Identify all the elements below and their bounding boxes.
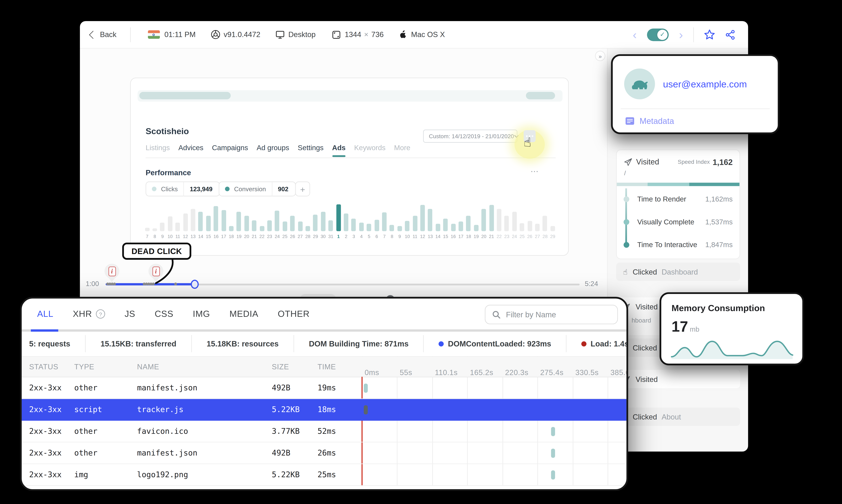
network-request-row[interactable]: 2xx-3xxscripttracker.js5.22KB18ms bbox=[22, 399, 626, 421]
chart-bar bbox=[321, 212, 325, 231]
previous-session-button[interactable]: ‹ bbox=[633, 29, 637, 40]
network-tab-js[interactable]: JS bbox=[125, 309, 135, 319]
os-label: Mac OS X bbox=[411, 30, 445, 39]
metric-chip-clicks[interactable]: Clicks 123,949 bbox=[146, 181, 220, 196]
cell-time: 25ms bbox=[318, 470, 336, 479]
network-tab-media[interactable]: MEDIA bbox=[229, 309, 258, 319]
chart-axis-label: 10 bbox=[404, 234, 411, 239]
metric-row: Time To Interactive1,847ms bbox=[617, 239, 739, 251]
visited-event-card[interactable]: Visited Speed Index 1,162 / Time to Rend… bbox=[616, 149, 740, 259]
chart-bar bbox=[527, 221, 532, 231]
waterfall-column-label: 110.1s bbox=[435, 368, 458, 377]
network-request-row[interactable]: 2xx-3xxothermanifest.json492B26ms bbox=[22, 443, 626, 464]
network-request-row[interactable]: 2xx-3xxotherfavicon.ico3.77KB52ms bbox=[22, 421, 626, 443]
cell-time: 18ms bbox=[318, 405, 336, 414]
chart-bar-group: 2 bbox=[342, 198, 350, 239]
chart-bar bbox=[259, 226, 264, 231]
page-tab-more[interactable]: More bbox=[394, 144, 410, 152]
chart-bar-group: 12 bbox=[419, 198, 426, 239]
network-request-row[interactable]: 2xx-3xximglogo192.png5.22KB25ms bbox=[22, 464, 626, 486]
chart-axis-label: 27 bbox=[534, 234, 541, 239]
section-more-button[interactable]: ⋯ bbox=[531, 167, 539, 176]
page-skeleton-pill bbox=[139, 92, 231, 99]
autoplay-toggle[interactable]: ✓ bbox=[647, 28, 669, 41]
cell-type: other bbox=[74, 383, 97, 392]
search-input[interactable] bbox=[506, 310, 617, 319]
chart-bar-group: 19 bbox=[472, 198, 480, 239]
chart-bar-group: 15 bbox=[442, 198, 449, 239]
network-tab-all[interactable]: ALL bbox=[37, 309, 53, 319]
back-button[interactable]: Back bbox=[90, 30, 117, 39]
chart-bar-group: 11 bbox=[411, 198, 419, 239]
total-time: 5:24 bbox=[585, 280, 598, 288]
share-button[interactable] bbox=[725, 30, 736, 40]
cell-type: script bbox=[74, 405, 102, 414]
filter-field[interactable] bbox=[485, 305, 618, 324]
table-header: STATUS TYPE NAME SIZE TIME 0ms55s110.1s1… bbox=[22, 357, 626, 377]
event-row-clicked-dashboard[interactable]: ☝ Clicked Dashboard bbox=[616, 263, 740, 281]
cell-time: 19ms bbox=[318, 383, 336, 392]
metric-row: Time to Render1,162ms bbox=[617, 194, 739, 205]
chart-bar bbox=[520, 223, 524, 231]
help-icon[interactable]: ? bbox=[96, 309, 105, 319]
page-tab-listings[interactable]: Listings bbox=[146, 144, 170, 152]
metric-value: 1,847ms bbox=[705, 241, 733, 249]
chart-bar bbox=[214, 206, 218, 231]
page-tab-keywords[interactable]: Keywords bbox=[354, 144, 386, 152]
visited-path: / bbox=[624, 169, 626, 176]
page-tab-ad-groups[interactable]: Ad groups bbox=[257, 144, 289, 152]
timeline-track[interactable] bbox=[195, 284, 580, 285]
chart-axis-label: 12 bbox=[181, 234, 189, 239]
chart-bar bbox=[366, 224, 371, 231]
network-tab-img[interactable]: IMG bbox=[193, 309, 210, 319]
chart-bar bbox=[550, 226, 555, 231]
metric-chip-conversion[interactable]: Conversion 902 bbox=[219, 181, 296, 196]
date-range-select[interactable]: Custom: 14/12/2019 - 21/01/2020 bbox=[423, 130, 518, 143]
metric-dot bbox=[623, 196, 629, 202]
page-tab-ads[interactable]: Ads bbox=[332, 144, 345, 152]
network-tab-css[interactable]: CSS bbox=[155, 309, 173, 319]
active-tab-underline bbox=[31, 329, 58, 331]
chart-bar-group: 16 bbox=[212, 198, 220, 239]
column-size: SIZE bbox=[272, 362, 289, 371]
device-label: Desktop bbox=[288, 30, 316, 39]
memory-value: 17 bbox=[671, 318, 688, 336]
chart-bar bbox=[344, 214, 348, 231]
progress-segment bbox=[617, 183, 647, 186]
next-session-button[interactable]: › bbox=[679, 29, 683, 40]
chart-axis-label: 24 bbox=[273, 234, 281, 239]
memory-sparkline bbox=[670, 336, 795, 359]
bookmark-star-button[interactable] bbox=[704, 29, 715, 40]
collapse-sidebar-button[interactable]: » bbox=[595, 51, 605, 61]
chart-bar-group: 12 bbox=[181, 198, 189, 239]
event-row-clicked-about[interactable]: ☝ Clicked About bbox=[616, 408, 740, 426]
add-metric-button[interactable]: + bbox=[295, 181, 310, 196]
chart-axis-label: 2 bbox=[342, 234, 350, 239]
chart-bar bbox=[206, 216, 211, 231]
chart-bar bbox=[175, 222, 180, 231]
metadata-button[interactable]: Metadata bbox=[625, 116, 674, 126]
chart-axis-label: 9 bbox=[396, 234, 404, 239]
speed-index-label: Speed Index bbox=[678, 159, 710, 165]
chart-bar bbox=[512, 212, 517, 231]
network-tab-xhr[interactable]: XHR? bbox=[73, 309, 105, 319]
chart-bar-group: 23 bbox=[503, 198, 510, 239]
chart-axis-label: 14 bbox=[434, 234, 442, 239]
network-tab-other[interactable]: OTHER bbox=[278, 309, 309, 319]
network-request-row[interactable]: 2xx-3xxothermanifest.json492B19ms bbox=[22, 377, 626, 399]
playhead-handle[interactable] bbox=[191, 280, 199, 289]
page-tab-settings[interactable]: Settings bbox=[298, 144, 323, 152]
issue-marker-icon[interactable]: i bbox=[105, 264, 120, 278]
chart-bar-group: 27 bbox=[297, 198, 304, 239]
chart-axis-label: 17 bbox=[457, 234, 465, 239]
page-tab-advices[interactable]: Advices bbox=[178, 144, 203, 152]
chart-bar-group: 21 bbox=[488, 198, 495, 239]
page-tab-campaigns[interactable]: Campaigns bbox=[212, 144, 248, 152]
user-email[interactable]: user@example.com bbox=[663, 79, 747, 90]
chart-bar-group: 27 bbox=[534, 198, 541, 239]
paper-plane-icon bbox=[624, 158, 633, 167]
event-row-visited[interactable]: Visited bbox=[616, 370, 740, 388]
chart-bar-group: 15 bbox=[204, 198, 212, 239]
chart-bar bbox=[489, 205, 494, 231]
metric-label: Clicks bbox=[161, 185, 178, 193]
